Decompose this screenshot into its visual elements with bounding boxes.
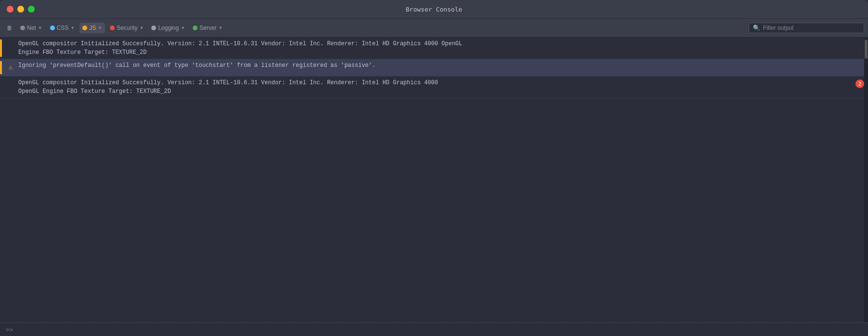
filter-input-wrapper: 🔍 xyxy=(749,23,864,33)
css-chevron: ▼ xyxy=(70,26,75,30)
maximize-button[interactable] xyxy=(28,6,35,13)
log-entry: ⚠ Ignoring 'preventDefault()' call on ev… xyxy=(0,59,868,77)
entry-left-border xyxy=(0,78,2,96)
warning-icon: ⚠ xyxy=(9,63,13,71)
repeat-count-badge: 2 xyxy=(855,79,864,88)
log-entry: OpenGL compositor Initialized Succesfull… xyxy=(0,38,868,59)
css-filter-button[interactable]: CSS ▼ xyxy=(47,23,78,33)
net-label: Net xyxy=(27,25,36,31)
scrollbar-thumb[interactable] xyxy=(865,39,868,59)
title-bar: Browser Console xyxy=(0,0,868,18)
log-entry: OpenGL compositor Initialized Succesfull… xyxy=(0,77,868,98)
trash-icon: 🗑 xyxy=(7,25,13,31)
security-label: Security xyxy=(117,25,137,31)
js-chevron: ▼ xyxy=(98,26,102,30)
window-title: Browser Console xyxy=(406,6,462,13)
traffic-lights xyxy=(7,6,35,13)
security-chevron: ▼ xyxy=(140,26,144,30)
server-filter-button[interactable]: Server ▼ xyxy=(190,23,225,33)
entry-left-border xyxy=(0,39,2,57)
entry-text: Ignoring 'preventDefault()' call on even… xyxy=(18,61,864,70)
js-dot xyxy=(82,26,87,30)
js-filter-button[interactable]: JS ▼ xyxy=(79,23,105,33)
filter-input[interactable] xyxy=(763,25,860,31)
css-dot xyxy=(50,26,55,30)
security-filter-button[interactable]: Security ▼ xyxy=(107,23,146,33)
minimize-button[interactable] xyxy=(17,6,24,13)
console-prompt: >> xyxy=(6,326,13,333)
css-label: CSS xyxy=(57,25,69,31)
net-filter-button[interactable]: Net ▼ xyxy=(17,23,45,33)
entry-text: OpenGL compositor Initialized Succesfull… xyxy=(18,39,864,57)
clear-button[interactable]: 🗑 xyxy=(4,23,15,33)
entry-left-border xyxy=(0,61,2,74)
console-content: OpenGL compositor Initialized Succesfull… xyxy=(0,38,868,309)
logging-chevron: ▼ xyxy=(181,26,185,30)
search-icon: 🔍 xyxy=(753,25,760,31)
close-button[interactable] xyxy=(7,6,13,13)
server-label: Server xyxy=(199,25,216,31)
console-content-wrapper: OpenGL compositor Initialized Succesfull… xyxy=(0,38,868,323)
js-label: JS xyxy=(89,25,96,31)
server-dot xyxy=(193,26,197,30)
entry-text: OpenGL compositor Initialized Succesfull… xyxy=(18,78,852,96)
entry-icon: ⚠ xyxy=(6,62,15,71)
logging-label: Logging xyxy=(158,25,179,31)
net-dot xyxy=(20,26,25,30)
logging-filter-button[interactable]: Logging ▼ xyxy=(148,23,188,33)
security-dot xyxy=(110,26,115,30)
scrollbar-track[interactable] xyxy=(864,38,868,323)
logging-dot xyxy=(151,26,156,30)
toolbar: 🗑 Net ▼ CSS ▼ JS ▼ Security ▼ xyxy=(0,18,868,38)
bottom-bar: >> xyxy=(0,323,868,336)
server-chevron: ▼ xyxy=(218,26,223,30)
net-chevron: ▼ xyxy=(38,26,42,30)
